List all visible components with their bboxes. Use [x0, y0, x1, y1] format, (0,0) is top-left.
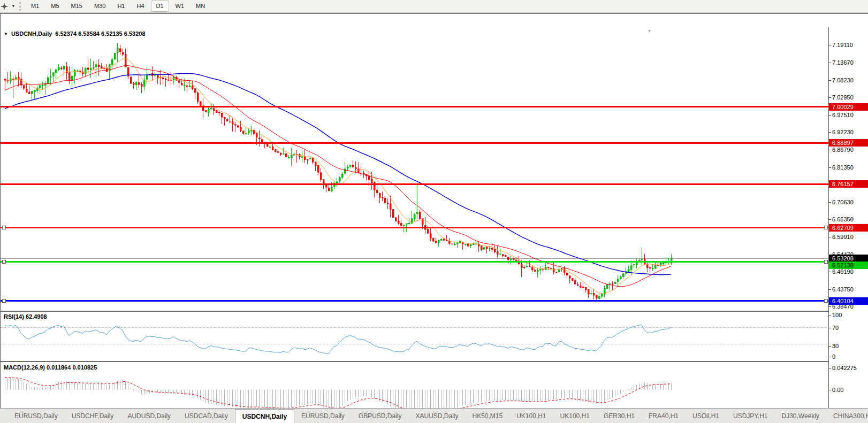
cursor-dropdown-icon[interactable]: ▼: [10, 4, 17, 9]
price-tick-label: 6.81350: [832, 164, 854, 171]
axis-tick: [828, 346, 831, 347]
hline-price-label: 6.52138: [829, 262, 868, 269]
axis-tick: [828, 306, 831, 307]
hline-price-label: 6.76157: [829, 180, 868, 188]
axis-tick: [828, 237, 831, 237]
symbol-tab-gbpusd[interactable]: GBPUSD,Daily: [352, 409, 409, 423]
symbol-tab-china300[interactable]: CHINA300,H1: [826, 409, 868, 423]
symbol-tab-audusd[interactable]: AUDUSD,Daily: [120, 409, 178, 423]
symbol-tab-usdcnh-active[interactable]: USDCNH,Daily: [235, 409, 294, 423]
hline-price-label: 6.40104: [829, 297, 868, 305]
timeframe-button-mn[interactable]: MN: [191, 1, 210, 12]
axis-tick: [828, 289, 831, 290]
hline-price-label: 6.62709: [829, 224, 868, 232]
symbol-tab-usdchf[interactable]: USDCHF,Daily: [65, 409, 121, 423]
rsi-scale-label: 70: [832, 325, 839, 331]
price-tick-label: 6.65350: [832, 216, 854, 222]
symbol-tab-uk100[interactable]: UK100,H1: [509, 409, 553, 423]
axis-tick: [828, 328, 831, 328]
axis-tick: [828, 357, 831, 357]
symbol-tab-eurusd[interactable]: EURUSD,Daily: [7, 409, 65, 423]
symbol-tab-bar: EURUSD,DailyUSDCHF,DailyAUDUSD,DailyUSDC…: [0, 408, 868, 423]
price-tick-label: 6.70630: [832, 199, 854, 205]
rsi-panel-title: RSI(14) 62.4908: [4, 313, 47, 320]
axis-tick: [828, 368, 831, 368]
macd-panel-title: MACD(12,26,9) 0.011864 0.010825: [4, 364, 97, 371]
chart-collapse-icon[interactable]: ▼: [4, 32, 8, 36]
axis-tick: [828, 132, 831, 133]
symbol-tab-hk50[interactable]: HK50,M15: [466, 409, 510, 423]
macd-histogram: [5, 377, 671, 411]
symbol-tab-fra40[interactable]: FRA40,H1: [642, 409, 686, 423]
price-tick-label: 6.43750: [832, 286, 854, 293]
axis-tick: [828, 315, 831, 316]
symbol-tab-xauusd[interactable]: XAUUSD,Daily: [408, 409, 465, 423]
symbol-tab-dj30[interactable]: DJ30,Weekly: [775, 409, 826, 423]
symbol-tab-ger30[interactable]: GER30,H1: [597, 409, 642, 423]
price-tick-label: 7.19110: [832, 42, 853, 48]
symbol-tab-uk100[interactable]: UK100,H1: [553, 409, 597, 423]
chart-symbol-period: USDCNH,Daily: [11, 30, 52, 37]
axis-tick: [828, 80, 831, 81]
price-tick-label: 7.02950: [832, 94, 854, 101]
axis-tick: [828, 150, 831, 150]
macd-panel-canvas[interactable]: [1, 362, 828, 412]
symbol-tab-usdcad[interactable]: USDCAD,Daily: [178, 409, 235, 423]
price-axis[interactable]: 7.191107.136707.082307.029506.975106.922…: [829, 27, 868, 412]
ma-55-line: [5, 73, 671, 274]
price-tick-label: 6.97510: [832, 112, 854, 118]
macd-scale-label: 0.042275: [832, 365, 857, 371]
horizontal-lines: [1, 107, 828, 303]
price-tick-label: 6.49190: [832, 268, 854, 275]
price-tick-label: 6.86790: [832, 147, 854, 153]
hline-price-label: 7.00029: [829, 103, 868, 111]
macd-signal-line: [5, 378, 671, 411]
hline-price-label: 6.88897: [829, 139, 868, 147]
axis-tick: [828, 219, 831, 220]
timeframe-button-m5[interactable]: M5: [45, 1, 64, 12]
price-tick-label: 6.92230: [832, 129, 854, 135]
rsi-line: [5, 325, 671, 353]
current-price-label: 6.53208: [829, 255, 868, 262]
main-chart-canvas[interactable]: [1, 27, 828, 311]
chart-title: ▼ USDCNH,Daily 6.52374 6.53584 6.52135 6…: [4, 30, 146, 37]
rsi-scale-label: 30: [832, 343, 839, 349]
axis-tick: [828, 202, 831, 203]
symbol-tab-usoil[interactable]: USOil,H1: [686, 409, 726, 423]
timeframe-button-m15[interactable]: M15: [66, 1, 88, 12]
timeframe-button-h1[interactable]: H1: [112, 1, 130, 12]
rsi-scale-label: 100: [832, 312, 842, 318]
timeframe-button-h4[interactable]: H4: [131, 1, 149, 12]
timeframe-button-m30[interactable]: M30: [89, 1, 111, 12]
price-tick-label: 7.08230: [832, 77, 854, 83]
timeframe-button-d1[interactable]: D1: [151, 1, 169, 12]
toolbar-grip: [19, 2, 22, 11]
timeframe-button-w1[interactable]: W1: [170, 1, 190, 12]
rsi-panel-canvas[interactable]: [1, 312, 828, 361]
terminal-screen: ▼ M1M5M15M30H1H4D1W1MN ▼ USDCNH,Daily 6.…: [0, 0, 868, 423]
symbol-tab-eurusd[interactable]: EURUSD,Daily: [294, 409, 352, 423]
ma-21-line: [5, 65, 671, 287]
crosshair-icon[interactable]: [0, 2, 10, 11]
axis-tick: [828, 97, 831, 98]
price-tick-label: 6.59910: [832, 234, 854, 240]
axis-tick: [828, 390, 831, 390]
rsi-scale-label: 0: [832, 353, 835, 360]
symbol-tab-usdjpy[interactable]: USDJPY,H1: [726, 409, 774, 423]
axis-tick: [828, 63, 831, 63]
price-tick-label: 7.13670: [832, 59, 854, 66]
axis-tick: [828, 45, 831, 45]
timeframe-toolbar: ▼ M1M5M15M30H1H4D1W1MN: [0, 0, 868, 13]
axis-tick: [828, 272, 831, 272]
timeframe-button-m1[interactable]: M1: [26, 1, 44, 12]
chart-ohlc-values: 6.52374 6.53584 6.52135 6.53208: [55, 30, 145, 37]
axis-tick: [828, 167, 831, 168]
chart-shift-marker-icon[interactable]: ▼: [647, 28, 652, 34]
macd-scale-label: 0.00: [832, 387, 843, 393]
chart-window[interactable]: ▼ USDCNH,Daily 6.52374 6.53584 6.52135 6…: [0, 13, 868, 408]
axis-tick: [828, 115, 831, 116]
